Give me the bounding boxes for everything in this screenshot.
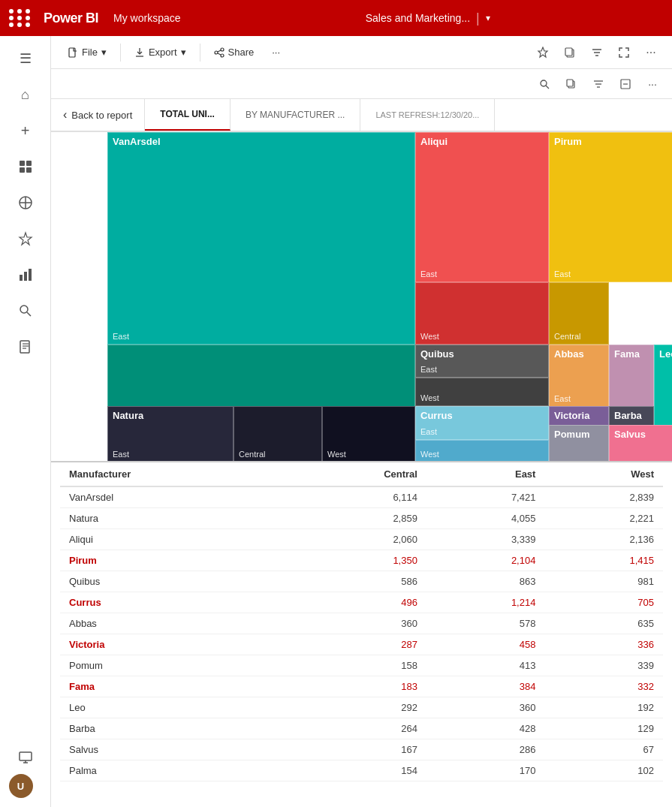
treemap-sublabel-left: East [554, 394, 571, 403]
cell-west: 129 [544, 718, 663, 739]
file-chevron-icon: ▾ [101, 47, 107, 58]
treemap-sublabel-left: Central [554, 332, 580, 341]
treemap-cell-segment-14[interactable]: West [322, 406, 415, 462]
tab-by-manufacturer[interactable]: BY MANUFACTURER ... [231, 99, 360, 131]
treemap-cell-segment-13[interactable]: Central [234, 406, 322, 462]
treemap-cell-Fama[interactable]: Fama [609, 345, 654, 407]
treemap-label: Barba [610, 407, 653, 423]
cell-central: 264 [282, 718, 426, 739]
cell-central: 1,350 [282, 550, 426, 571]
svg-rect-28 [565, 48, 572, 56]
cell-manufacturer: Aliqui [60, 529, 282, 550]
icon-bar: ··· [51, 69, 672, 99]
back-label: Back to report [71, 110, 132, 121]
treemap-sublabel-left: West [327, 450, 346, 459]
cell-east: 428 [426, 718, 545, 739]
sidebar-item-goals[interactable] [9, 222, 42, 255]
sidebar-item-monitor[interactable] [9, 741, 42, 774]
focus-icon[interactable] [612, 41, 636, 65]
treemap-label: Currus [416, 407, 548, 423]
sidebar-item-search[interactable] [9, 294, 42, 327]
sidebar-item-create[interactable]: + [9, 114, 42, 147]
tab-total-units[interactable]: TOTAL UNI... [145, 99, 231, 131]
treemap-cell-segment-8[interactable]: West [415, 378, 549, 406]
sidebar-item-home[interactable]: ⌂ [9, 78, 42, 111]
treemap-cell-Pomum[interactable]: Pomum [549, 425, 609, 462]
treemap-label: Salvus [610, 426, 672, 441]
cell-west: 981 [544, 571, 663, 592]
export-button[interactable]: Export ▾ [127, 43, 194, 62]
treemap-cell-Currus[interactable]: CurrusEast [415, 406, 549, 440]
search-bar-icon[interactable] [534, 74, 555, 95]
cell-east: 863 [426, 571, 545, 592]
svg-rect-35 [567, 80, 573, 86]
toolbar-divider-2 [200, 44, 200, 62]
powerbi-logo: Power BI [44, 11, 98, 26]
report-title: Sales and Marketing... [366, 12, 470, 24]
cell-central: 183 [282, 676, 426, 697]
svg-line-33 [546, 86, 549, 89]
table-row: Salvus 167 286 67 [60, 739, 663, 760]
cell-manufacturer: Pomum [60, 655, 282, 676]
treemap-label: Leo [655, 345, 672, 361]
more-options-button[interactable]: ··· [264, 43, 288, 62]
svg-rect-9 [29, 269, 32, 281]
treemap-cell-VanArsdel[interactable]: VanArsdelEast [107, 132, 415, 345]
sidebar-item-learn[interactable] [9, 330, 42, 363]
apps-grid-icon[interactable] [9, 9, 32, 27]
sidebar-item-apps[interactable] [9, 186, 42, 219]
duplicate-icon[interactable] [558, 41, 582, 65]
treemap-cell-Aliqui[interactable]: AliquiEast [415, 132, 549, 282]
cell-west: 67 [544, 739, 663, 760]
cell-east: 1,214 [426, 592, 545, 613]
pin-icon[interactable] [531, 41, 555, 65]
tab-last-refresh[interactable]: LAST REFRESH:12/30/20... [360, 99, 495, 131]
sidebar-item-metrics[interactable] [9, 258, 42, 291]
cell-west: 2,839 [544, 486, 663, 508]
copy-view-icon[interactable] [561, 74, 582, 95]
back-to-report-button[interactable]: ‹ Back to report [60, 99, 145, 131]
sidebar-item-menu[interactable]: ☰ [9, 42, 42, 75]
treemap-cell-segment-16[interactable]: West [415, 440, 549, 462]
treemap-cell-segment-3[interactable]: West [415, 282, 549, 345]
treemap-cell-Salvus[interactable]: Salvus [609, 425, 672, 462]
cell-west: 635 [544, 613, 663, 634]
table-row: Leo 292 360 192 [60, 697, 663, 718]
treemap-sublabel-left: Central [239, 450, 265, 459]
cell-central: 292 [282, 697, 426, 718]
cell-central: 6,114 [282, 486, 426, 508]
cell-east: 7,421 [426, 486, 545, 508]
workspace-label[interactable]: My workspace [113, 12, 180, 24]
file-icon [68, 47, 78, 58]
treemap-cell-Abbas[interactable]: AbbasEast [549, 345, 609, 407]
treemap-container[interactable]: VanArsdelEastCentralWestAliquiEastWestPi… [51, 132, 672, 462]
treemap-label: Pirum [550, 133, 672, 149]
tab-total-units-label: TOTAL UNI... [160, 109, 215, 119]
treemap-cell-Natura[interactable]: NaturaEast [107, 406, 234, 462]
treemap-cell-Quibus[interactable]: QuibusEast [415, 345, 549, 378]
filter-pane-icon[interactable] [588, 74, 609, 95]
treemap-sublabel-left: East [554, 270, 571, 279]
toolbar: File ▾ Export ▾ Share ··· ··· [51, 36, 672, 69]
share-button[interactable]: Share [206, 43, 262, 62]
ellipsis-button[interactable]: ··· [639, 41, 663, 65]
cell-central: 586 [282, 571, 426, 592]
export-label: Export [149, 47, 177, 58]
treemap-cell-Pirum[interactable]: PirumEast [549, 132, 672, 282]
more-options-bar-icon[interactable]: ··· [642, 74, 663, 95]
svg-line-11 [27, 312, 31, 316]
cell-east: 384 [426, 676, 545, 697]
treemap-cell-segment-6[interactable]: Central [549, 282, 609, 345]
title-chevron-icon[interactable]: ▾ [486, 13, 490, 23]
sidebar-item-browse[interactable] [9, 150, 42, 183]
more-icon: ··· [272, 47, 280, 58]
filter-icon[interactable] [585, 41, 609, 65]
selection-icon[interactable] [615, 74, 636, 95]
table-row: VanArsdel 6,114 7,421 2,839 [60, 486, 663, 508]
svg-line-26 [218, 53, 221, 55]
user-avatar[interactable]: U [9, 774, 33, 798]
sidebar-bottom: U [9, 741, 42, 798]
table-container: Manufacturer Central East West VanArsdel… [51, 462, 672, 807]
treemap-label: Pomum [550, 426, 608, 441]
file-button[interactable]: File ▾ [60, 43, 114, 62]
